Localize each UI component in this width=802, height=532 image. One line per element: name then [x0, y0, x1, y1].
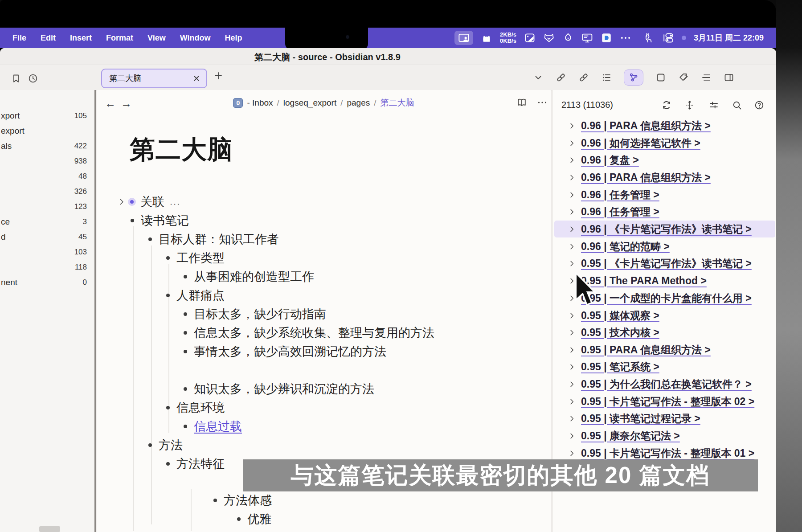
related-note-row[interactable]: 0.96 | PARA 信息组织方法 > [554, 169, 775, 186]
related-note-row[interactable]: 0.95 | 《卡片笔记写作法》读书笔记 > [554, 255, 775, 272]
expand-chevron-icon[interactable] [568, 449, 576, 458]
outline-bullet[interactable] [184, 331, 187, 335]
expand-chevron-icon[interactable] [568, 156, 576, 164]
related-note-link[interactable]: 0.96 | 《卡片笔记写作法》读书笔记 > [581, 222, 752, 236]
menu-edit[interactable]: Edit [41, 33, 56, 43]
expand-chevron-icon[interactable] [568, 397, 576, 406]
sidebar-folder-row[interactable]: xport105 [0, 109, 96, 123]
more-icon[interactable] [620, 32, 631, 44]
breadcrumb-root[interactable]: - Inbox [247, 98, 273, 108]
screen-mirroring-icon[interactable] [454, 31, 473, 45]
outline-bullet[interactable] [131, 219, 134, 222]
menu-format[interactable]: Format [106, 33, 133, 43]
outline-bullet[interactable] [166, 406, 170, 409]
sidebar-folder-row[interactable]: d45 [0, 230, 96, 244]
related-note-link[interactable]: 0.96 | 复盘 > [581, 153, 639, 167]
search-icon[interactable] [732, 100, 742, 110]
panel-right-icon[interactable] [724, 72, 734, 83]
sidebar-folder-row[interactable]: 48 [0, 170, 96, 183]
related-note-row[interactable]: 0.96 | 《卡片笔记写作法》读书笔记 > [554, 221, 775, 237]
related-note-link[interactable]: 0.95 | 笔记系统 > [581, 360, 659, 374]
expand-chevron-icon[interactable] [568, 311, 576, 320]
collapse-chevron-icon[interactable] [117, 197, 126, 206]
related-note-row[interactable]: 0.95 | 一个成型的卡片盒能有什么用 > [554, 290, 775, 307]
outline-bullet[interactable] [184, 425, 187, 428]
cat-icon[interactable] [481, 32, 492, 44]
related-note-row[interactable]: 0.96 | 任务管理 > [554, 186, 775, 203]
chevron-down-icon[interactable] [533, 72, 544, 83]
pen-nib-icon[interactable] [562, 32, 574, 44]
display-icon[interactable] [581, 32, 593, 44]
alpaca-icon[interactable] [643, 32, 655, 44]
outline-bullet[interactable] [184, 350, 187, 353]
sliders-icon[interactable] [708, 100, 719, 110]
menu-help[interactable]: Help [225, 33, 242, 43]
related-note-link[interactable]: 0.95 | 技术内核 > [581, 326, 659, 340]
fox-icon[interactable] [543, 32, 555, 44]
contrast-card-icon[interactable] [524, 32, 536, 44]
related-note-row[interactable]: 0.96 | 如何选择笔记软件 > [554, 135, 775, 151]
outline-link[interactable]: 信息过载 [194, 418, 242, 434]
expand-chevron-icon[interactable] [568, 139, 576, 147]
related-note-row[interactable]: 0.96 | 笔记的范畴 > [554, 238, 775, 255]
menu-file[interactable]: File [12, 33, 26, 43]
related-note-row[interactable]: 0.96 | PARA 信息组织方法 > [554, 117, 775, 134]
expand-chevron-icon[interactable] [568, 208, 576, 216]
sidebar-folder-row[interactable]: ce3 [0, 215, 96, 229]
sidebar-folder-row[interactable]: export [0, 124, 96, 138]
related-note-link[interactable]: 0.96 | PARA 信息组织方法 > [581, 119, 711, 133]
outline-bullet[interactable] [130, 200, 134, 204]
new-tab-icon[interactable] [213, 70, 224, 81]
related-note-link[interactable]: 0.95 | 卡片笔记写作法 - 整理版本 02 > [581, 395, 754, 409]
related-note-row[interactable]: 0.96 | 任务管理 > [554, 203, 775, 220]
comment-box-icon[interactable] [655, 72, 666, 83]
expand-chevron-icon[interactable] [568, 294, 576, 303]
graph-copilot-icon[interactable] [624, 70, 643, 86]
expand-chevron-icon[interactable] [568, 346, 576, 354]
related-note-row[interactable]: 0.95 | 媒体观察 > [554, 307, 775, 324]
outline-bullet[interactable] [184, 387, 187, 391]
menu-view[interactable]: View [147, 33, 166, 43]
outline-bullet[interactable] [184, 275, 187, 278]
outline-bullet[interactable] [148, 237, 152, 241]
clock-icon[interactable] [28, 73, 38, 84]
related-note-link[interactable]: 0.95 | 卡片笔记写作法 - 整理版本 01 > [581, 446, 754, 460]
related-note-row[interactable]: 0.95 | PARA 信息组织方法 > [554, 341, 775, 358]
expand-chevron-icon[interactable] [568, 432, 576, 440]
outline-bullet[interactable] [166, 256, 170, 260]
sidebar-folder-row[interactable]: als422 [0, 139, 96, 153]
more-options-icon[interactable] [537, 97, 548, 108]
reading-view-icon[interactable] [516, 97, 527, 108]
link-icon[interactable] [556, 72, 566, 83]
unlink-icon[interactable] [578, 72, 589, 83]
related-note-row[interactable]: 0.95 | 卡片笔记写作法 - 整理版本 02 > [554, 393, 775, 410]
related-note-row[interactable]: 0.95 | 康奈尔笔记法 > [554, 427, 775, 444]
expand-chevron-icon[interactable] [568, 173, 576, 182]
expand-chevron-icon[interactable] [568, 259, 576, 268]
move-icon[interactable] [684, 100, 695, 110]
sidebar-folder-row[interactable]: nent0 [0, 276, 96, 289]
refresh-icon[interactable] [661, 100, 672, 110]
window-title-bar[interactable]: 第二大脑 - source - Obsidian v1.8.9 [0, 48, 776, 65]
menu-lines-icon[interactable] [701, 72, 712, 83]
related-note-row[interactable]: 0.95 | 为什么我们总在换笔记软件？ > [554, 376, 775, 393]
outline-bullet[interactable] [184, 312, 187, 316]
expand-chevron-icon[interactable] [568, 414, 576, 423]
related-note-link[interactable]: 0.96 | 任务管理 > [581, 205, 659, 219]
sidebar-folder-row[interactable]: 123 [0, 200, 96, 213]
outline-bullet[interactable] [237, 517, 241, 521]
expand-chevron-icon[interactable] [568, 191, 576, 199]
stage-manager-icon[interactable] [663, 32, 674, 44]
expand-chevron-icon[interactable] [568, 225, 576, 233]
menubar-clock[interactable]: 3月11日 周二 22:09 [694, 33, 764, 43]
outline-bullet[interactable] [166, 462, 170, 466]
related-note-link[interactable]: 0.96 | 任务管理 > [581, 188, 659, 202]
sidebar-folder-row[interactable]: 103 [0, 246, 96, 259]
outline-list-icon[interactable] [601, 72, 612, 83]
help-icon[interactable] [754, 100, 765, 110]
expand-chevron-icon[interactable] [568, 328, 576, 337]
network-speed[interactable]: 2KB/s0KB/s [500, 32, 516, 44]
sidebar-folder-row[interactable]: 938 [0, 155, 96, 168]
docs-d-icon[interactable] [601, 32, 612, 44]
related-note-row[interactable]: 0.95 | The PARA Method > [554, 272, 775, 289]
